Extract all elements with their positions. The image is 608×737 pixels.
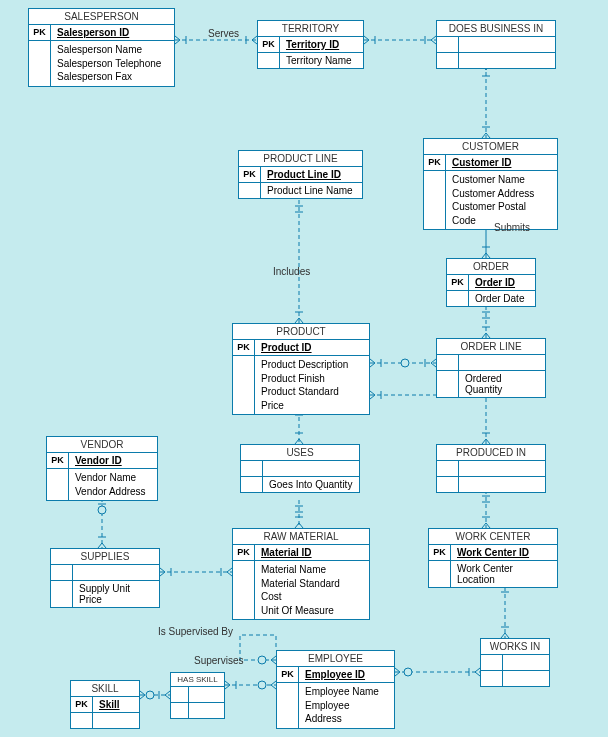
entity-product-line: PRODUCT LINE PK Product Line ID Product … [238, 150, 363, 199]
pk-label: PK [71, 697, 93, 712]
entity-title: RAW MATERIAL [233, 529, 369, 545]
entity-order: ORDER PK Order ID Order Date [446, 258, 536, 307]
entity-title: WORK CENTER [429, 529, 557, 545]
entity-attrs: Employee Name Employee Address [299, 683, 394, 728]
entity-title: DOES BUSINESS IN [437, 21, 555, 37]
entity-does-business-in: DOES BUSINESS IN [436, 20, 556, 69]
entity-employee: EMPLOYEE PK Employee ID Employee Name Em… [276, 650, 395, 729]
entity-uses: USES Goes Into Quantity [240, 444, 360, 493]
label-is-supervised-by: Is Supervised By [158, 626, 233, 637]
pk-attr: Customer ID [446, 155, 557, 170]
entity-raw-material: RAW MATERIAL PK Material ID Material Nam… [232, 528, 370, 620]
entity-attrs: Product Line Name [261, 183, 362, 198]
svg-point-2 [98, 506, 106, 514]
entity-customer: CUSTOMER PK Customer ID Customer Name Cu… [423, 138, 558, 230]
pk-attr: Vendor ID [69, 453, 157, 468]
entity-product: PRODUCT PK Product ID Product Descriptio… [232, 323, 370, 415]
entity-attrs: Ordered Quantity [459, 371, 545, 397]
pk-label: PK [424, 155, 446, 170]
pk-attr: Territory ID [280, 37, 363, 52]
entity-vendor: VENDOR PK Vendor ID Vendor Name Vendor A… [46, 436, 158, 501]
entity-produced-in: PRODUCED IN [436, 444, 546, 493]
entity-title: VENDOR [47, 437, 157, 453]
svg-point-1 [404, 668, 412, 676]
pk-label: PK [447, 275, 469, 290]
entity-attrs: Product Description Product Finish Produ… [255, 356, 369, 414]
pk-attr: Order ID [469, 275, 535, 290]
entity-title: EMPLOYEE [277, 651, 394, 667]
pk-label: PK [429, 545, 451, 560]
label-supervises: Supervises [194, 655, 243, 666]
pk-attr: Skill [93, 697, 139, 712]
entity-title: PRODUCT LINE [239, 151, 362, 167]
pk-label: PK [233, 340, 255, 355]
pk-label: PK [239, 167, 261, 182]
entity-title: ORDER LINE [437, 339, 545, 355]
pk-attr: Work Center ID [451, 545, 557, 560]
entity-work-center: WORK CENTER PK Work Center ID Work Cente… [428, 528, 558, 588]
entity-title: SKILL [71, 681, 139, 697]
label-includes: Includes [273, 266, 310, 277]
entity-attrs: Supply Unit Price [73, 581, 159, 607]
entity-attrs: Goes Into Quantity [263, 477, 359, 492]
pk-label: PK [47, 453, 69, 468]
entity-works-in: WORKS IN [480, 638, 550, 687]
pk-label: PK [258, 37, 280, 52]
entity-title: CUSTOMER [424, 139, 557, 155]
pk-attr: Product ID [255, 340, 369, 355]
svg-point-4 [258, 681, 266, 689]
entity-attrs: Vendor Name Vendor Address [69, 469, 157, 500]
entity-attrs: Territory Name [280, 53, 363, 68]
entity-attrs: Order Date [469, 291, 535, 306]
entity-has-skill: HAS SKILL [170, 672, 225, 719]
svg-point-3 [258, 656, 266, 664]
entity-attrs: Material Name Material Standard Cost Uni… [255, 561, 369, 619]
entity-title: SALESPERSON [29, 9, 174, 25]
entity-attrs: Salesperson Name Salesperson Telephone S… [51, 41, 174, 86]
pk-label: PK [233, 545, 255, 560]
entity-title: USES [241, 445, 359, 461]
pk-attr: Salesperson ID [51, 25, 174, 40]
pk-label: PK [29, 25, 51, 40]
entity-supplies: SUPPLIES Supply Unit Price [50, 548, 160, 608]
entity-order-line: ORDER LINE Ordered Quantity [436, 338, 546, 398]
entity-salesperson: SALESPERSON PK Salesperson ID Salesperso… [28, 8, 175, 87]
entity-attrs: Work Center Location [451, 561, 557, 587]
entity-skill: SKILL PK Skill [70, 680, 140, 729]
entity-title: WORKS IN [481, 639, 549, 655]
entity-attrs: Customer Name Customer Address Customer … [446, 171, 557, 229]
entity-title: SUPPLIES [51, 549, 159, 565]
svg-point-0 [401, 359, 409, 367]
pk-attr: Employee ID [299, 667, 394, 682]
entity-title: PRODUCED IN [437, 445, 545, 461]
entity-title: TERRITORY [258, 21, 363, 37]
entity-territory: TERRITORY PK Territory ID Territory Name [257, 20, 364, 69]
label-serves: Serves [208, 28, 239, 39]
pk-label: PK [277, 667, 299, 682]
label-submits: Submits [494, 222, 530, 233]
entity-title: ORDER [447, 259, 535, 275]
entity-title: HAS SKILL [171, 673, 224, 687]
pk-attr: Material ID [255, 545, 369, 560]
entity-title: PRODUCT [233, 324, 369, 340]
svg-point-5 [146, 691, 154, 699]
pk-attr: Product Line ID [261, 167, 362, 182]
